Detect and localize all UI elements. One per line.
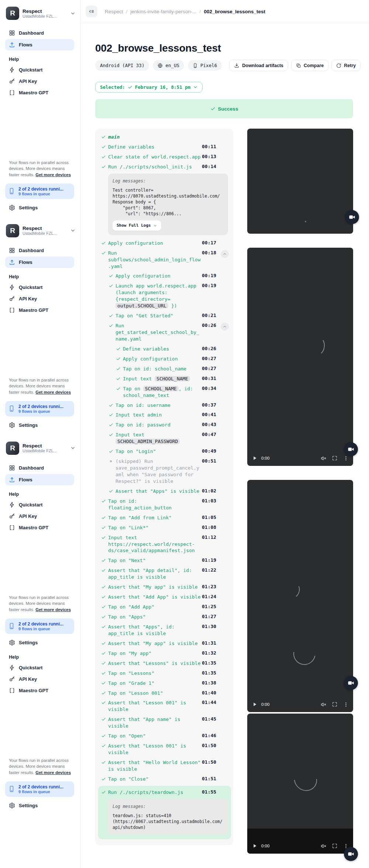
step-row: Assert that "Apps", id: app_title is vis… xyxy=(101,624,228,637)
sidebar-item-api-key[interactable]: API Key xyxy=(0,510,80,522)
step-row: Define variables00:11 xyxy=(101,144,228,150)
fullscreen-button[interactable] xyxy=(332,702,337,707)
log-box: Log messages:Test controller=https://807… xyxy=(108,174,228,235)
more-options-button[interactable] xyxy=(343,456,349,461)
sidebar-item-maestro-gpt[interactable]: Maestro GPT xyxy=(0,685,80,696)
code-token: SCHOOL_NAME xyxy=(155,376,190,381)
sidebar-item-dashboard[interactable]: Dashboard xyxy=(0,27,80,39)
more-options-button[interactable] xyxy=(343,702,349,707)
sidebar-item-flows[interactable]: Flows xyxy=(5,474,74,485)
sidebar-item-settings[interactable]: Settings xyxy=(0,797,80,809)
record-video-button[interactable] xyxy=(344,847,358,861)
step-row: Apply configuration00:17 xyxy=(101,240,228,247)
step-row: Clear state of world.respect.app00:13 xyxy=(101,154,228,160)
record-video-button[interactable] xyxy=(345,210,359,224)
sidebar-item-dashboard[interactable]: Dashboard xyxy=(0,462,80,474)
device-status-box[interactable]: 2 of 2 devices runni...9 flows in queue xyxy=(5,618,74,634)
step-row: Assert that "Apps" is visible01:02 xyxy=(101,488,228,495)
org-logo: R xyxy=(6,442,19,455)
check-icon xyxy=(101,760,107,765)
retry-button[interactable]: Retry xyxy=(331,60,361,71)
sidebar-item-maestro-gpt[interactable]: Maestro GPT xyxy=(0,304,80,316)
sidebar-item-quickstart[interactable]: Quickstart xyxy=(0,662,80,673)
org-switcher[interactable]: RRespectUstadMobile FZL... xyxy=(0,7,80,20)
sidebar-item-flows[interactable]: Flows xyxy=(5,257,74,268)
run-selector-dropdown[interactable]: Selected: February 16, 8:51 pm xyxy=(95,82,203,93)
video-player-3[interactable]: 0:00 xyxy=(247,480,353,712)
step-time: 01:27 xyxy=(202,614,216,619)
video-player-2[interactable]: 0:00 xyxy=(247,248,353,466)
org-switcher[interactable]: RRespectUstadMobile FZL... xyxy=(0,224,80,237)
collapse-sidebar-button[interactable] xyxy=(86,6,97,17)
breadcrumb-org[interactable]: Respect xyxy=(105,9,123,14)
sidebar-item-settings[interactable]: Settings xyxy=(0,634,80,646)
get-more-devices-link[interactable]: Get more devices xyxy=(35,607,71,612)
mute-button[interactable] xyxy=(321,456,326,461)
globe-icon xyxy=(158,63,163,68)
device-status-box[interactable]: 2 of 2 devices runni...9 flows in queue xyxy=(5,781,74,797)
get-more-devices-link[interactable]: Get more devices xyxy=(35,770,71,775)
devices-promo-text: Your flows run in parallel across device… xyxy=(0,757,80,775)
step-time: 01:44 xyxy=(202,700,216,705)
step-time: 00:31 xyxy=(202,376,216,381)
record-video-button[interactable] xyxy=(344,676,358,690)
collapse-step-button[interactable] xyxy=(221,250,229,258)
step-row: Input text admin00:41 xyxy=(101,412,228,418)
sidebar-item-quickstart[interactable]: Quickstart xyxy=(0,64,80,76)
sidebar-item-dashboard[interactable]: Dashboard xyxy=(0,245,80,256)
compare-label: Compare xyxy=(304,63,324,68)
check-icon xyxy=(101,144,107,149)
phone-icon xyxy=(8,623,15,630)
sidebar-item-settings[interactable]: Settings xyxy=(0,199,80,211)
sidebar-item-flows[interactable]: Flows xyxy=(5,39,74,50)
step-text: Assert that "App detail", id: app_title … xyxy=(108,567,201,581)
check-icon xyxy=(108,273,114,278)
help-section-label: Help xyxy=(0,51,80,64)
show-full-logs-button[interactable]: Show Full Logs xyxy=(113,220,161,230)
brackets-icon xyxy=(9,307,15,313)
badge-locale-label: en_US xyxy=(165,63,179,68)
device-status-box[interactable]: 2 of 2 devices runni...9 flows in queue xyxy=(5,184,74,199)
fullscreen-button[interactable] xyxy=(332,843,337,848)
video-player-1[interactable] xyxy=(247,129,353,234)
download-artifacts-button[interactable]: Download artifacts xyxy=(229,60,288,71)
step-time: 00:17 xyxy=(202,240,216,245)
sidebar-item-api-key[interactable]: API Key xyxy=(0,673,80,685)
mute-button[interactable] xyxy=(321,843,326,849)
video-player-4[interactable]: 0:00 xyxy=(247,714,353,854)
play-button[interactable] xyxy=(252,455,258,461)
compare-button[interactable]: Compare xyxy=(291,60,328,71)
record-video-button[interactable] xyxy=(344,442,358,456)
sidebar-item-settings[interactable]: Settings xyxy=(0,416,80,428)
check-icon xyxy=(116,386,121,391)
device-status-box[interactable]: 2 of 2 devices runni...9 flows in queue xyxy=(5,401,74,416)
video-time: 0:00 xyxy=(261,456,269,460)
sidebar-item-quickstart[interactable]: Quickstart xyxy=(0,499,80,510)
sidebar-item-api-key[interactable]: API Key xyxy=(0,293,80,304)
video-time: 0:00 xyxy=(261,702,269,707)
chevron-down-icon xyxy=(153,224,157,228)
org-name: Respect xyxy=(23,226,67,231)
play-button[interactable] xyxy=(252,701,258,707)
step-text: Assert that "My app" is visible xyxy=(108,584,201,590)
sidebar-item-maestro-gpt[interactable]: Maestro GPT xyxy=(0,87,80,98)
play-button[interactable] xyxy=(252,843,258,849)
collapse-step-button[interactable] xyxy=(221,323,229,331)
sidebar-item-api-key[interactable]: API Key xyxy=(0,76,80,87)
step-time: 01:02 xyxy=(202,488,216,494)
device-queue-label: 9 flows in queue xyxy=(18,627,63,631)
sidebar-item-label: Dashboard xyxy=(19,30,44,36)
fullscreen-button[interactable] xyxy=(332,456,337,461)
get-more-devices-link[interactable]: Get more devices xyxy=(35,172,71,177)
breadcrumb-current: 002_browse_lessons_test xyxy=(204,9,265,14)
org-switcher[interactable]: RRespectUstadMobile FZL... xyxy=(0,442,80,455)
step-row: Run /./scripts/teardown.js01:55 xyxy=(101,789,228,796)
breadcrumb-suite[interactable]: jenkins-invite-family-person-... xyxy=(130,9,196,14)
step-row: (skipped) Run save_password_prompt_cance… xyxy=(101,458,228,485)
get-more-devices-link[interactable]: Get more devices xyxy=(35,390,71,394)
chevron-down-icon xyxy=(193,85,198,90)
sidebar-item-quickstart[interactable]: Quickstart xyxy=(0,282,80,293)
mute-button[interactable] xyxy=(321,702,326,707)
step-time: 01:25 xyxy=(202,604,216,609)
sidebar-item-maestro-gpt[interactable]: Maestro GPT xyxy=(0,522,80,533)
